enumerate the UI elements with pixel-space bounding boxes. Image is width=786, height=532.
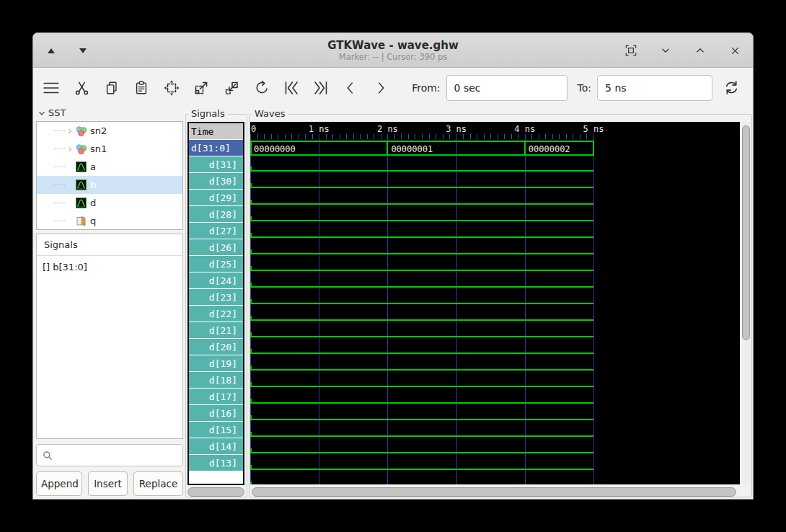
- chevron-down-icon: [659, 44, 672, 57]
- menu-button[interactable]: [42, 78, 61, 98]
- timeline-minor-tick: [299, 134, 299, 139]
- from-input[interactable]: [446, 75, 568, 101]
- reload-button[interactable]: [723, 78, 741, 98]
- timeline-tick-label: 4 ns: [514, 124, 535, 134]
- signal-row[interactable]: d[16]: [189, 405, 243, 422]
- timeline-minor-tick: [340, 134, 340, 139]
- signal-row[interactable]: d[19]: [189, 355, 243, 372]
- signal-row[interactable]: d[31]: [189, 156, 243, 173]
- sst-expander[interactable]: SST: [37, 107, 66, 118]
- shade-down-button[interactable]: [75, 43, 91, 58]
- waves-vscrollbar-thumb[interactable]: [742, 125, 750, 340]
- chevron-left-icon: [343, 80, 358, 96]
- zoom-fit-icon: [163, 79, 180, 97]
- signal-row[interactable]: d[28]: [189, 206, 243, 223]
- signal-row[interactable]: d[27]: [189, 223, 243, 239]
- close-button[interactable]: [727, 43, 743, 58]
- signal-row[interactable]: d[23]: [189, 289, 243, 306]
- gtkwave-window: GTKWave - wave.ghw Marker: -- | Cursor: …: [32, 32, 754, 500]
- tree-item-q[interactable]: q: [37, 212, 182, 230]
- triangle-up-icon: [47, 48, 56, 54]
- timeline-minor-tick: [374, 134, 374, 139]
- waves-hscrollbar[interactable]: [250, 487, 751, 497]
- signal-row[interactable]: d[24]: [189, 272, 243, 289]
- timeline-minor-tick: [408, 134, 409, 139]
- zoom-fit-button[interactable]: [162, 78, 180, 98]
- maximize-button[interactable]: [692, 43, 708, 58]
- bit-wave-left-tick: [250, 266, 252, 271]
- signal-row[interactable]: d[29]: [189, 190, 243, 206]
- copy-icon: [104, 80, 120, 96]
- copy-button[interactable]: [102, 78, 120, 98]
- search-input[interactable]: [53, 444, 182, 466]
- signal-row[interactable]: d[17]: [189, 389, 243, 405]
- zoom-in-button[interactable]: [193, 78, 210, 98]
- tree-item-sn1[interactable]: sn1: [37, 140, 182, 158]
- signal-row[interactable]: d[21]: [189, 322, 243, 339]
- cut-button[interactable]: [73, 78, 90, 98]
- signal-name-list[interactable]: Timed[31:0]d[31]d[30]d[29]d[28]d[27]d[26…: [187, 122, 244, 485]
- tree-item-sn2[interactable]: sn2: [37, 122, 182, 140]
- signal-row-bus[interactable]: d[31:0]: [189, 140, 243, 156]
- timeline-minor-tick: [463, 134, 464, 139]
- bit-wave-zero-line: [250, 419, 593, 420]
- zoom-out-button[interactable]: [222, 78, 239, 98]
- tree-guide-line: [54, 130, 65, 131]
- fullscreen-icon: [624, 43, 638, 58]
- timeline-minor-tick: [490, 134, 491, 139]
- step-left-button[interactable]: [342, 78, 359, 98]
- tree-item-label: sn2: [90, 125, 107, 136]
- tree-expander[interactable]: [65, 144, 75, 154]
- tree-item-a[interactable]: a: [37, 158, 182, 176]
- step-right-button[interactable]: [372, 78, 389, 98]
- minimize-button[interactable]: [658, 43, 674, 58]
- signal-row[interactable]: d[22]: [189, 306, 243, 322]
- tree-expander[interactable]: [65, 126, 75, 136]
- wave-canvas[interactable]: 01 ns2 ns3 ns4 ns5 ns0000000000000001000…: [250, 122, 740, 484]
- bit-wave-left-tick: [250, 448, 252, 453]
- replace-button[interactable]: Replace: [133, 471, 183, 496]
- timeline-minor-tick: [367, 134, 368, 139]
- to-start-button[interactable]: [282, 78, 299, 98]
- signal-row[interactable]: d[30]: [189, 173, 243, 190]
- chevron-up-icon: [694, 44, 707, 57]
- timeline-minor-tick: [326, 134, 327, 139]
- to-end-button[interactable]: [312, 78, 330, 98]
- signal-row[interactable]: d[13]: [189, 455, 243, 471]
- signals-hscrollbar-thumb[interactable]: [187, 487, 244, 497]
- signals-list-item[interactable]: [] b[31:0]: [37, 256, 182, 272]
- toolbar: From: To:: [33, 68, 753, 107]
- append-button[interactable]: Append: [36, 471, 82, 496]
- search-box[interactable]: [36, 444, 183, 466]
- time-header: Time: [189, 123, 243, 140]
- sst-tree-panel[interactable]: sn2sn1abdq: [36, 121, 183, 230]
- skip-to-end-icon: [312, 79, 330, 97]
- signal-row[interactable]: d[25]: [189, 256, 243, 272]
- insert-button[interactable]: Insert: [88, 471, 128, 496]
- tree-expand-chevron-icon: [66, 146, 74, 153]
- waves-hscrollbar-thumb[interactable]: [252, 487, 736, 497]
- tree-item-b[interactable]: b: [37, 176, 182, 194]
- signal-row[interactable]: d[15]: [189, 422, 243, 438]
- to-input[interactable]: [597, 75, 712, 101]
- window-subtitle: Marker: -- | Cursor: 390 ps: [339, 52, 448, 62]
- bit-wave-left-tick: [250, 399, 252, 404]
- signal-row[interactable]: d[18]: [189, 372, 243, 389]
- signal-row[interactable]: d[14]: [189, 438, 243, 455]
- bit-wave-zero-line: [250, 402, 593, 404]
- bus-transition: [593, 141, 594, 156]
- signal-row[interactable]: d[20]: [189, 339, 243, 355]
- bit-wave-zero-line: [250, 203, 593, 205]
- waves-vscrollbar[interactable]: [741, 122, 751, 484]
- tree-item-d[interactable]: d: [37, 194, 182, 212]
- shade-up-button[interactable]: [43, 43, 59, 58]
- paste-button[interactable]: [133, 78, 150, 98]
- fullscreen-button[interactable]: [623, 43, 639, 58]
- tree-guide-line: [54, 221, 65, 221]
- bit-wave-zero-line: [250, 469, 593, 470]
- signals-hscrollbar[interactable]: [187, 487, 244, 497]
- undo-button[interactable]: [252, 78, 270, 98]
- bit-wave-zero-line: [250, 303, 593, 304]
- bit-wave-zero-line: [250, 319, 593, 321]
- signal-row[interactable]: d[26]: [189, 239, 243, 256]
